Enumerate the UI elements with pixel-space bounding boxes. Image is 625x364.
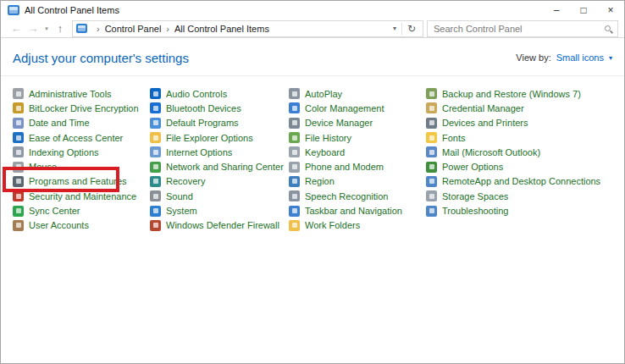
recent-pages-chevron-icon[interactable]: ▾ <box>41 25 52 32</box>
control-panel-item[interactable]: Region <box>289 174 426 189</box>
window-title: All Control Panel Items <box>25 5 119 15</box>
power-options-icon <box>426 162 437 173</box>
breadcrumb-control-panel[interactable]: Control Panel <box>105 24 162 34</box>
control-panel-item-label: Bluetooth Devices <box>166 103 241 113</box>
refresh-icon[interactable]: ↻ <box>402 23 421 35</box>
devices-and-printers-icon <box>426 118 437 129</box>
address-bar[interactable]: › Control Panel › All Control Panel Item… <box>72 20 423 37</box>
recovery-icon <box>150 176 161 187</box>
control-panel-item-label: Programs and Features <box>29 176 127 186</box>
control-panel-item[interactable]: Storage Spaces <box>426 189 617 203</box>
control-panel-item[interactable]: Recovery <box>150 174 289 189</box>
administrative-tools-icon <box>13 88 24 99</box>
minimize-button[interactable]: – <box>543 1 570 19</box>
control-panel-item[interactable]: RemoteApp and Desktop Connections <box>426 174 617 189</box>
bluetooth-devices-icon <box>150 102 161 113</box>
control-panel-item-label: Recovery <box>166 176 205 186</box>
audio-controls-icon <box>150 88 161 99</box>
control-panel-item[interactable]: BitLocker Drive Encryption <box>13 101 150 115</box>
control-panel-item[interactable]: Work Folders <box>289 218 426 233</box>
control-panel-item[interactable]: Ease of Access Center <box>13 130 150 145</box>
control-panel-item-label: Indexing Options <box>29 147 99 157</box>
maximize-button[interactable]: □ <box>570 1 597 19</box>
items-grid: Administrative ToolsBitLocker Drive Encr… <box>13 86 617 233</box>
phone-and-modem-icon <box>289 162 300 173</box>
view-by-control: View by: Small icons ▾ <box>516 52 612 63</box>
control-panel-item[interactable]: Power Options <box>426 159 617 174</box>
control-panel-item[interactable]: Bluetooth Devices <box>150 101 289 115</box>
control-panel-item-label: Sync Center <box>29 206 80 216</box>
control-panel-item[interactable]: Sync Center <box>13 203 150 218</box>
control-panel-item[interactable]: Mouse <box>13 159 150 174</box>
control-panel-item[interactable]: File History <box>289 130 426 145</box>
control-panel-item-label: Devices and Printers <box>442 118 528 128</box>
control-panel-item[interactable]: Administrative Tools <box>13 86 150 101</box>
back-icon[interactable]: ← <box>8 22 25 35</box>
view-by-value[interactable]: Small icons <box>556 52 604 63</box>
system-icon <box>150 206 161 217</box>
control-panel-item[interactable]: Date and Time <box>13 116 150 130</box>
control-panel-item[interactable]: Audio Controls <box>150 86 289 101</box>
control-panel-item-label: File Explorer Options <box>166 133 253 143</box>
control-panel-item[interactable]: System <box>150 203 289 218</box>
control-panel-item-label: Backup and Restore (Windows 7) <box>442 89 581 99</box>
title-bar: All Control Panel Items – □ × <box>1 1 624 19</box>
control-panel-item[interactable]: User Accounts <box>13 218 150 233</box>
control-panel-item[interactable]: File Explorer Options <box>150 130 289 145</box>
control-panel-item[interactable]: Mail (Microsoft Outlook) <box>426 145 617 159</box>
control-panel-item[interactable]: Internet Options <box>150 145 289 159</box>
control-panel-item[interactable]: Keyboard <box>289 145 426 159</box>
page-title: Adjust your computer's settings <box>13 51 189 65</box>
control-panel-item[interactable]: Sound <box>150 189 289 203</box>
control-panel-item[interactable]: Device Manager <box>289 116 426 130</box>
address-dropdown-icon[interactable]: ▾ <box>388 25 401 32</box>
control-panel-item[interactable]: AutoPlay <box>289 86 426 101</box>
search-input[interactable] <box>428 24 617 34</box>
up-icon[interactable]: ↑ <box>52 22 69 35</box>
control-panel-item-label: Color Management <box>305 103 384 113</box>
control-panel-item-label: File History <box>305 133 351 143</box>
control-panel-item[interactable]: Devices and Printers <box>426 116 617 130</box>
control-panel-item[interactable]: Troubleshooting <box>426 203 617 218</box>
address-bar-controls: ▾ ↻ <box>388 23 421 35</box>
control-panel-item[interactable]: Default Programs <box>150 116 289 130</box>
control-panel-item-label: Audio Controls <box>166 89 227 99</box>
control-panel-item[interactable]: Speech Recognition <box>289 189 426 203</box>
page-header: Adjust your computer's settings View by:… <box>13 47 612 69</box>
control-panel-item-label: BitLocker Drive Encryption <box>29 103 139 113</box>
control-panel-item-label: Network and Sharing Center <box>166 162 284 172</box>
windows-defender-firewall-icon <box>150 220 161 231</box>
bitlocker-drive-encryption-icon <box>13 102 24 113</box>
control-panel-item-label: Ease of Access Center <box>29 133 123 143</box>
control-panel-item[interactable]: Phone and Modem <box>289 159 426 174</box>
control-panel-item-label: Sound <box>166 191 193 201</box>
control-panel-item[interactable]: Security and Maintenance <box>13 189 150 203</box>
work-folders-icon <box>289 220 300 231</box>
search-icon <box>605 25 611 31</box>
control-panel-item-label: Internet Options <box>166 147 232 157</box>
breadcrumb-separator: › <box>166 24 169 34</box>
control-panel-item[interactable]: Fonts <box>426 130 617 145</box>
control-panel-item[interactable]: Programs and Features <box>13 174 150 189</box>
control-panel-item[interactable]: Network and Sharing Center <box>150 159 289 174</box>
control-panel-item[interactable]: Taskbar and Navigation <box>289 203 426 218</box>
view-by-caret-icon[interactable]: ▾ <box>609 54 612 62</box>
header-divider <box>1 75 624 76</box>
breadcrumb-all-control-panel-items[interactable]: All Control Panel Items <box>174 24 269 34</box>
control-panel-item[interactable]: Indexing Options <box>13 145 150 159</box>
control-panel-item[interactable]: Windows Defender Firewall <box>150 218 289 233</box>
control-panel-item-label: Security and Maintenance <box>29 191 136 201</box>
security-and-maintenance-icon <box>13 190 24 201</box>
control-panel-item-label: AutoPlay <box>305 89 342 99</box>
control-panel-item-label: Administrative Tools <box>29 89 112 99</box>
close-button[interactable]: × <box>597 1 624 19</box>
window-controls: – □ × <box>543 1 624 19</box>
mail-microsoft-outlook-icon <box>426 146 437 157</box>
forward-icon[interactable]: → <box>25 22 41 35</box>
control-panel-item[interactable]: Color Management <box>289 101 426 115</box>
control-panel-item[interactable]: Credential Manager <box>426 101 617 115</box>
control-panel-item[interactable]: Backup and Restore (Windows 7) <box>426 86 617 101</box>
file-history-icon <box>289 132 300 143</box>
autoplay-icon <box>289 88 300 99</box>
control-panel-item-label: Fonts <box>442 133 466 143</box>
